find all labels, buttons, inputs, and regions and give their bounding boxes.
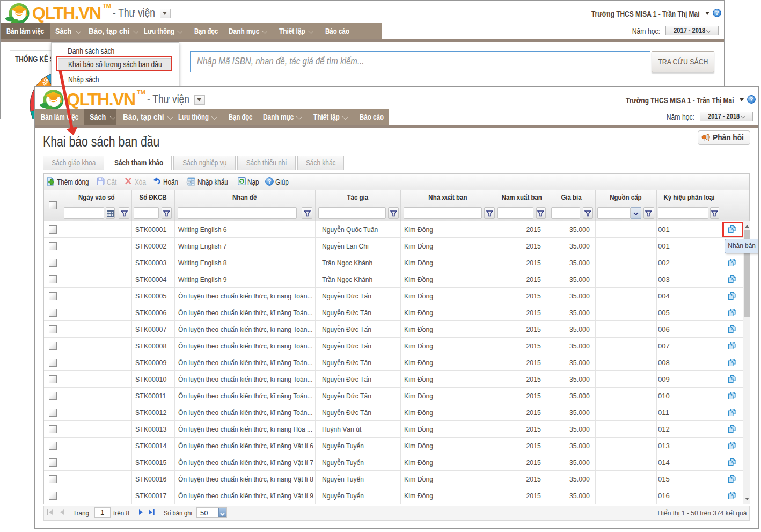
svg-text:?: ?: [268, 178, 272, 185]
svg-text:?: ?: [750, 96, 753, 103]
svg-text:?: ?: [715, 10, 719, 16]
